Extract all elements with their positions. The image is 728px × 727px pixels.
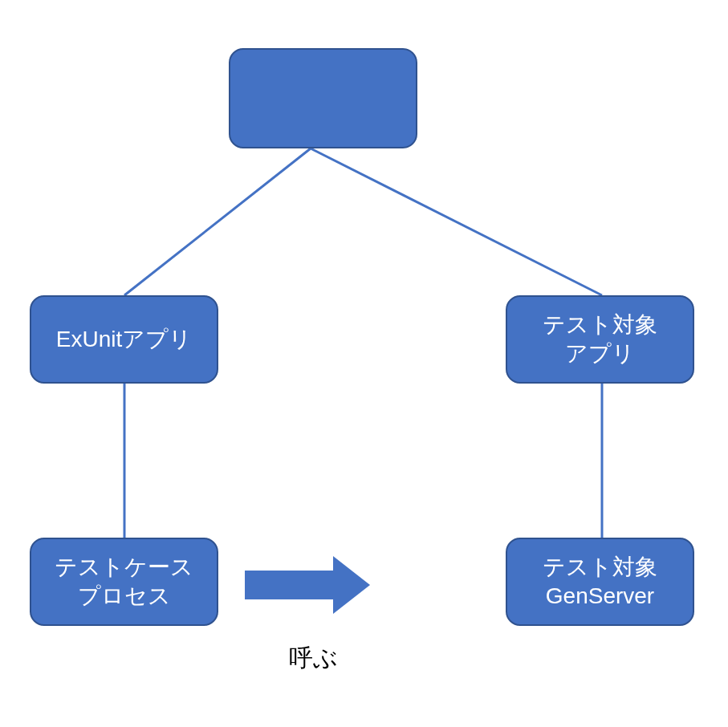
call-arrow-icon bbox=[245, 556, 370, 614]
node-exunit-app: ExUnitアプリ bbox=[30, 295, 218, 384]
node-target-app-label-1: テスト対象 bbox=[543, 311, 657, 339]
node-testcase-label-2: プロセス bbox=[78, 582, 171, 611]
arrow-label: 呼ぶ bbox=[281, 642, 345, 675]
node-target-genserver: テスト対象 GenServer bbox=[506, 538, 694, 626]
node-targetgen-label-1: テスト対象 bbox=[543, 553, 657, 582]
node-root bbox=[229, 48, 417, 148]
arrow-body bbox=[245, 571, 333, 599]
node-target-app: テスト対象 アプリ bbox=[506, 295, 694, 384]
process-diagram: ExUnitアプリ テスト対象 アプリ テストケース プロセス テスト対象 Ge… bbox=[0, 0, 728, 727]
node-test-case-process: テストケース プロセス bbox=[30, 538, 218, 626]
svg-line-0 bbox=[124, 148, 311, 295]
arrow-head-icon bbox=[333, 556, 370, 614]
node-targetgen-label-2: GenServer bbox=[546, 582, 654, 611]
svg-line-1 bbox=[311, 148, 602, 295]
node-exunit-label-1: ExUnitアプリ bbox=[56, 325, 192, 354]
node-target-app-label-2: アプリ bbox=[565, 339, 635, 368]
node-testcase-label-1: テストケース bbox=[55, 553, 193, 582]
